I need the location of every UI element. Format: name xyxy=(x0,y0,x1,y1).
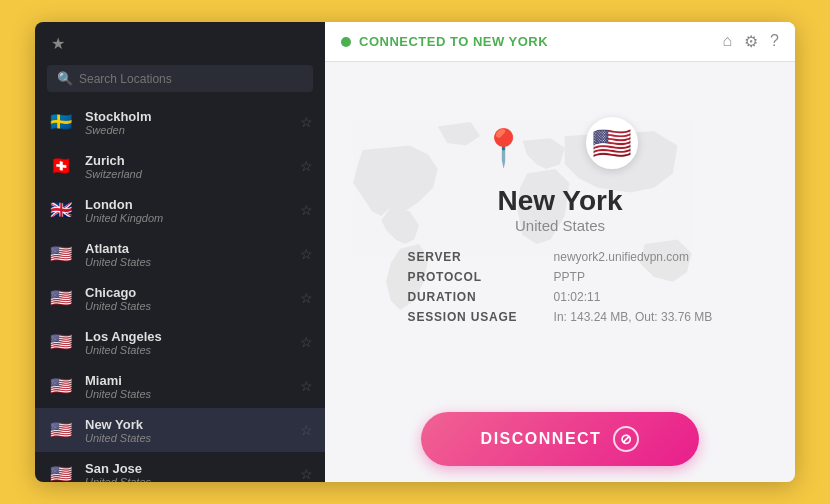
location-item[interactable]: 🇺🇸 San Jose United States ☆ xyxy=(35,452,325,482)
protocol-value: PPTP xyxy=(554,270,713,284)
location-pin-icon: 📍 xyxy=(481,127,526,169)
star-icon[interactable]: ☆ xyxy=(300,290,313,306)
country-name: United States xyxy=(85,476,300,483)
usage-value: In: 143.24 MB, Out: 33.76 MB xyxy=(554,310,713,324)
disconnect-circle-icon: ⊘ xyxy=(613,426,639,452)
disconnect-area: DISCONNECT ⊘ xyxy=(325,398,795,482)
star-icon[interactable]: ☆ xyxy=(300,422,313,438)
map-icons-row: 📍 🇺🇸 xyxy=(481,117,638,169)
location-list: 🇸🇪 Stockholm Sweden ☆ 🇨🇭 Zurich Switzerl… xyxy=(35,100,325,482)
location-info: Stockholm Sweden xyxy=(85,109,300,136)
city-name: London xyxy=(85,197,300,212)
location-item[interactable]: 🇺🇸 Los Angeles United States ☆ xyxy=(35,320,325,364)
country-name: United Kingdom xyxy=(85,212,300,224)
protocol-label: PROTOCOL xyxy=(408,270,538,284)
city-name: New York xyxy=(85,417,300,432)
top-bar: CONNECTED TO NEW YORK ⌂ ⚙ ? xyxy=(325,22,795,62)
country-name: United States xyxy=(85,300,300,312)
country-name: Switzerland xyxy=(85,168,300,180)
city-name: Stockholm xyxy=(85,109,300,124)
country-name: United States xyxy=(85,432,300,444)
star-icon[interactable]: ☆ xyxy=(300,334,313,350)
sidebar-header: ★ xyxy=(35,22,325,61)
location-info: Miami United States xyxy=(85,373,300,400)
server-value: newyork2.unifiedvpn.com xyxy=(554,250,713,264)
location-item[interactable]: 🇺🇸 Chicago United States ☆ xyxy=(35,276,325,320)
location-info: New York United States xyxy=(85,417,300,444)
app-window: ★ 🔍 🇸🇪 Stockholm Sweden ☆ 🇨🇭 Zurich Swit… xyxy=(35,22,795,482)
location-info: San Jose United States xyxy=(85,461,300,483)
connected-dot xyxy=(341,37,351,47)
city-name: Chicago xyxy=(85,285,300,300)
star-icon[interactable]: ☆ xyxy=(300,246,313,262)
search-box[interactable]: 🔍 xyxy=(47,65,313,92)
settings-icon[interactable]: ⚙ xyxy=(744,32,758,51)
map-area: 📍 🇺🇸 New York United States SERVER newyo… xyxy=(325,62,795,398)
country-name: United States xyxy=(85,344,300,356)
flag-icon: 🇺🇸 xyxy=(47,372,75,400)
city-name: Atlanta xyxy=(85,241,300,256)
location-item[interactable]: 🇸🇪 Stockholm Sweden ☆ xyxy=(35,100,325,144)
location-info: Zurich Switzerland xyxy=(85,153,300,180)
city-name: Los Angeles xyxy=(85,329,300,344)
flag-icon: 🇺🇸 xyxy=(47,328,75,356)
location-item[interactable]: 🇬🇧 London United Kingdom ☆ xyxy=(35,188,325,232)
main-content: CONNECTED TO NEW YORK ⌂ ⚙ ? xyxy=(325,22,795,482)
duration-label: DURATION xyxy=(408,290,538,304)
status-text: CONNECTED TO NEW YORK xyxy=(359,34,548,49)
disconnect-label: DISCONNECT xyxy=(481,430,602,448)
connected-status: CONNECTED TO NEW YORK xyxy=(341,34,548,49)
usage-label: SESSION USAGE xyxy=(408,310,538,324)
city-title: New York xyxy=(497,185,622,217)
search-input[interactable] xyxy=(79,72,303,86)
search-icon: 🔍 xyxy=(57,71,73,86)
home-icon[interactable]: ⌂ xyxy=(722,32,732,51)
top-bar-icons: ⌂ ⚙ ? xyxy=(722,32,779,51)
flag-icon: 🇬🇧 xyxy=(47,196,75,224)
city-name: Miami xyxy=(85,373,300,388)
location-info: Los Angeles United States xyxy=(85,329,300,356)
location-item[interactable]: 🇺🇸 Miami United States ☆ xyxy=(35,364,325,408)
flag-icon: 🇺🇸 xyxy=(47,460,75,482)
star-icon[interactable]: ☆ xyxy=(300,158,313,174)
city-name: San Jose xyxy=(85,461,300,476)
location-info: Atlanta United States xyxy=(85,241,300,268)
disconnect-button[interactable]: DISCONNECT ⊘ xyxy=(421,412,700,466)
star-icon[interactable]: ☆ xyxy=(300,466,313,482)
location-item[interactable]: 🇺🇸 New York United States ☆ xyxy=(35,408,325,452)
flag-icon: 🇺🇸 xyxy=(47,240,75,268)
flag-icon: 🇸🇪 xyxy=(47,108,75,136)
sidebar: ★ 🔍 🇸🇪 Stockholm Sweden ☆ 🇨🇭 Zurich Swit… xyxy=(35,22,325,482)
location-info: London United Kingdom xyxy=(85,197,300,224)
star-icon[interactable]: ☆ xyxy=(300,202,313,218)
country-name: Sweden xyxy=(85,124,300,136)
flag-icon: 🇨🇭 xyxy=(47,152,75,180)
help-icon[interactable]: ? xyxy=(770,32,779,51)
flag-icon: 🇺🇸 xyxy=(47,284,75,312)
country-name: United States xyxy=(85,388,300,400)
country-subtitle: United States xyxy=(515,217,605,234)
star-icon[interactable]: ☆ xyxy=(300,378,313,394)
duration-value: 01:02:11 xyxy=(554,290,713,304)
location-item[interactable]: 🇺🇸 Atlanta United States ☆ xyxy=(35,232,325,276)
flag-icon: 🇺🇸 xyxy=(47,416,75,444)
location-item[interactable]: 🇨🇭 Zurich Switzerland ☆ xyxy=(35,144,325,188)
location-info: Chicago United States xyxy=(85,285,300,312)
info-grid: SERVER newyork2.unifiedvpn.com PROTOCOL … xyxy=(368,250,753,324)
map-overlay: 📍 🇺🇸 New York United States SERVER newyo… xyxy=(368,117,753,324)
country-flag-circle: 🇺🇸 xyxy=(586,117,638,169)
city-name: Zurich xyxy=(85,153,300,168)
star-icon[interactable]: ☆ xyxy=(300,114,313,130)
server-label: SERVER xyxy=(408,250,538,264)
favorites-star-icon[interactable]: ★ xyxy=(51,34,65,53)
country-name: United States xyxy=(85,256,300,268)
